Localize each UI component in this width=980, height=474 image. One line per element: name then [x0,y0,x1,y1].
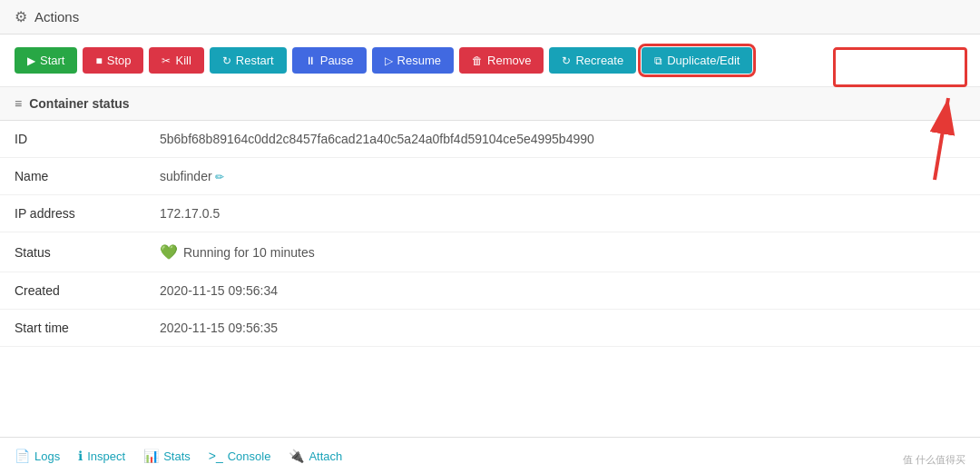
stop-button[interactable]: ■ Stop [83,47,143,74]
table-row: ID 5b6bf68b89164c0dd2c8457fa6cad21a40c5a… [0,121,980,158]
watermark: 值 什么值得买 [903,453,965,467]
restart-icon: ↻ [222,54,231,67]
value-start-time: 2020-11-15 09:56:35 [145,310,980,347]
label-status: Status [0,232,145,272]
logs-link[interactable]: 📄 Logs [15,449,60,463]
pause-icon: ⏸ [305,54,316,67]
table-row: IP address 172.17.0.5 [0,195,980,232]
restart-button[interactable]: ↻ Restart [210,47,287,74]
value-name: subfinder ✏ [145,158,980,195]
label-ip: IP address [0,195,145,232]
container-status-section: ≡ Container status ID 5b6bf68b89164c0dd2… [0,87,980,347]
actions-title: Actions [34,9,79,25]
table-row: Created 2020-11-15 09:56:34 [0,272,980,310]
heartbeat-icon: 💚 [160,243,178,261]
value-ip: 172.17.0.5 [145,195,980,232]
logs-icon: 📄 [15,449,30,463]
resume-icon: ▷ [385,54,393,67]
attach-icon: 🔌 [289,449,304,463]
toolbar: ▶ Start ■ Stop ✂ Kill ↻ Restart ⏸ Pause … [0,35,980,87]
value-id: 5b6bf68b89164c0dd2c8457fa6cad21a40c5a24a… [145,121,980,158]
label-start-time: Start time [0,310,145,347]
value-status: 💚 Running for 10 minutes [145,232,980,272]
section-header: ≡ Container status [0,87,980,121]
start-button[interactable]: ▶ Start [15,47,77,74]
remove-button[interactable]: 🗑 Remove [459,47,544,74]
running-badge: 💚 Running for 10 minutes [160,243,315,261]
stop-icon: ■ [95,54,102,67]
section-title: Container status [29,96,129,111]
value-created: 2020-11-15 09:56:34 [145,272,980,310]
gear-icon: ⚙ [15,8,27,25]
label-created: Created [0,272,145,310]
resume-button[interactable]: ▷ Resume [372,47,454,74]
pause-button[interactable]: ⏸ Pause [292,47,367,74]
label-id: ID [0,121,145,158]
recreate-button[interactable]: ↻ Recreate [549,47,636,74]
play-icon: ▶ [27,54,35,67]
edit-icon[interactable]: ✏ [215,171,224,183]
table-row: Start time 2020-11-15 09:56:35 [0,310,980,347]
stats-icon: 📊 [143,449,159,463]
list-icon: ≡ [15,96,22,111]
table-row: Status 💚 Running for 10 minutes [0,232,980,272]
label-name: Name [0,158,145,195]
duplicate-edit-button[interactable]: ⧉ Duplicate/Edit [642,47,752,74]
actions-header: ⚙ Actions [0,0,980,35]
bottom-nav: 📄 Logs ℹ Inspect 📊 Stats >_ Console 🔌 At… [0,437,980,474]
stats-link[interactable]: 📊 Stats [143,449,191,463]
inspect-icon: ℹ [78,449,83,463]
remove-icon: 🗑 [472,54,483,67]
console-icon: >_ [209,449,223,463]
duplicate-icon: ⧉ [654,54,662,67]
highlight-box [833,47,967,87]
status-table: ID 5b6bf68b89164c0dd2c8457fa6cad21a40c5a… [0,121,980,347]
inspect-link[interactable]: ℹ Inspect [78,449,125,463]
recreate-icon: ↻ [562,54,571,67]
attach-link[interactable]: 🔌 Attach [289,449,342,463]
console-link[interactable]: >_ Console [209,449,271,463]
kill-icon: ✂ [162,54,171,67]
table-row: Name subfinder ✏ [0,158,980,195]
kill-button[interactable]: ✂ Kill [149,47,203,74]
